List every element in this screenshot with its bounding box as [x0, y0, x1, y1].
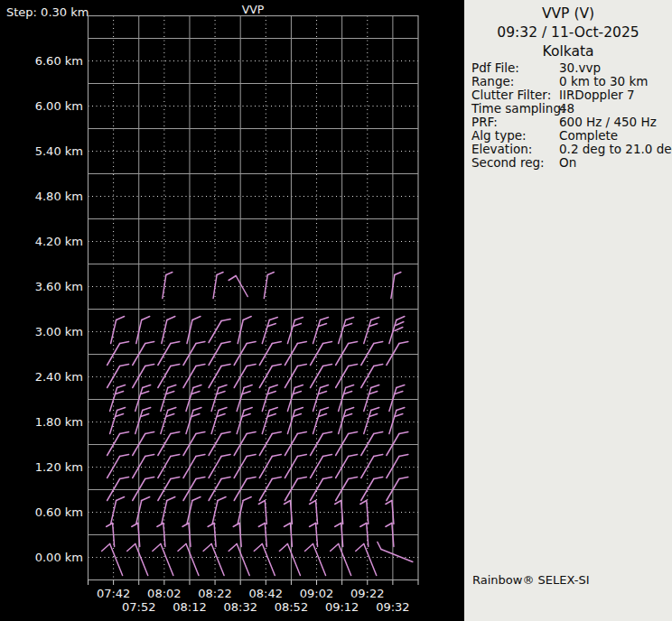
wind-barb-segment [267, 273, 274, 275]
wind-barb [389, 408, 405, 434]
wind-barb-segment [157, 524, 163, 527]
y-axis-label: 0.00 km [7, 551, 83, 565]
wind-barb-segment [120, 432, 129, 434]
wind-barb-segment [310, 524, 316, 527]
wind-barb-segment [196, 455, 205, 457]
wind-barb-segment [244, 408, 252, 411]
wind-barb [361, 455, 383, 478]
wind-barb-segment [297, 432, 306, 434]
wind-barb [158, 342, 180, 366]
wind-barb-segment [374, 455, 383, 457]
wind-barb-segment [171, 365, 180, 366]
x-axis-label: 07:52 [114, 600, 164, 615]
wind-barb-segment [168, 408, 176, 411]
wind-barb [285, 477, 306, 501]
wind-barb-segment [254, 544, 262, 551]
wind-barb-segment [396, 322, 404, 326]
plot-border [89, 16, 419, 580]
wind-barb-segment [397, 408, 405, 411]
wind-barb-segment [211, 544, 224, 576]
x-axis-label: 09:22 [342, 587, 393, 601]
wind-barb [339, 385, 354, 412]
wind-barb [133, 342, 154, 366]
wind-barb [237, 408, 252, 434]
y-axis-label: 4.20 km [7, 235, 83, 249]
wind-barb [211, 385, 227, 412]
wind-barb-segment [145, 342, 154, 344]
detail-label: Second reg: [471, 156, 559, 170]
wind-barb [364, 318, 379, 344]
wind-barb-segment [272, 477, 281, 479]
wind-barb [387, 455, 408, 478]
wind-barb [285, 455, 306, 478]
wind-barb-segment [321, 385, 329, 388]
wind-barb-segment [178, 544, 186, 551]
wind-barb [209, 342, 230, 366]
wind-barb [313, 318, 329, 344]
detail-value: 0 km to 30 km [559, 75, 670, 88]
wind-barb-segment [323, 342, 332, 344]
info-panel: VVP (V) 09:32 / 11-Oct-2025 Kolkata Pdf … [464, 0, 672, 621]
detail-row: Time sampling:48 [471, 102, 670, 116]
wind-barb-segment [168, 385, 176, 388]
wind-barb-segment [117, 408, 126, 411]
wind-barb-segment [158, 457, 171, 478]
wind-barb [378, 542, 413, 562]
product-datetime: 09:32 / 11-Oct-2025 [464, 23, 672, 42]
wind-barb [161, 385, 176, 412]
wind-barb [259, 365, 281, 388]
wind-barb-segment [196, 342, 205, 344]
x-axis-label: 08:42 [240, 587, 291, 601]
wind-barb [107, 455, 129, 478]
wind-barb-segment [294, 408, 303, 411]
wind-barb [229, 276, 247, 297]
wind-barb-segment [349, 477, 358, 479]
wind-barb [133, 432, 154, 456]
wind-barb-segment [386, 524, 392, 527]
wind-barb-segment [294, 385, 303, 388]
wind-barb [161, 408, 176, 434]
wind-barb-segment [221, 365, 230, 366]
wind-barb-segment [287, 544, 300, 576]
wind-barb-segment [316, 501, 318, 524]
wind-barb-segment [346, 385, 354, 388]
wind-barb [107, 342, 129, 366]
detail-label: PRF: [471, 116, 559, 129]
wind-barb-segment [262, 544, 275, 576]
wind-barb-segment [346, 318, 354, 320]
wind-barb [361, 432, 383, 456]
wind-barb [186, 408, 201, 434]
wind-barb-segment [297, 455, 306, 457]
wind-barb-segment [208, 524, 214, 527]
wind-barb-segment [107, 524, 113, 527]
wind-barb-segment [321, 408, 329, 411]
wind-barb [209, 432, 230, 456]
x-axis-label: 08:52 [266, 600, 316, 615]
wind-barb-segment [335, 524, 341, 527]
y-axis-label: 6.60 km [7, 54, 83, 69]
wind-barb [259, 455, 281, 478]
wind-barb [135, 385, 151, 412]
detail-row: Alg type:Complete [471, 129, 670, 143]
wind-barb-segment [189, 524, 191, 547]
wind-barb-segment [297, 342, 306, 344]
wind-barb [209, 320, 230, 343]
wind-barb [183, 365, 205, 388]
wind-barb [133, 455, 154, 478]
wind-barb [209, 455, 230, 478]
wind-barb [339, 318, 354, 344]
wind-barb-segment [397, 317, 405, 320]
panel-header: VVP (V) 09:32 / 11-Oct-2025 Kolkata [464, 5, 672, 61]
wind-barb-segment [244, 385, 252, 388]
detail-label: Alg type: [471, 129, 559, 143]
wind-barb-segment [272, 342, 281, 344]
wind-barb-segment [120, 365, 129, 366]
wind-barb [162, 497, 175, 524]
detail-value: Complete [559, 129, 670, 143]
wind-barb-segment [269, 318, 277, 320]
wind-barb [287, 385, 303, 412]
wind-barb [311, 365, 332, 388]
wind-barb-segment [265, 524, 266, 547]
wind-barb-segment [142, 317, 150, 320]
detail-label: Clutter Filter: [471, 88, 559, 102]
